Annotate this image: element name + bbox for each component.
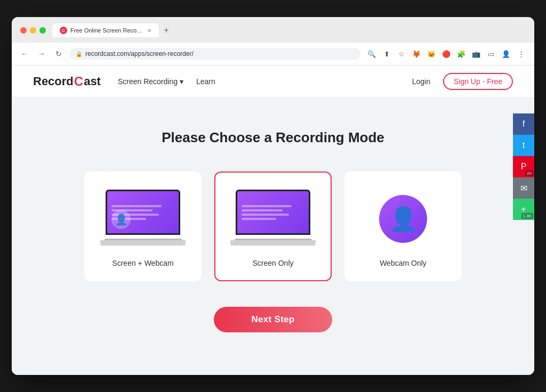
email-share-button[interactable]: ✉ bbox=[513, 177, 534, 199]
mode-label-screen-only: Screen Only bbox=[252, 259, 293, 267]
screen-only-content bbox=[237, 191, 309, 233]
site-nav: RecordCast Screen Recording ▾ Learn Logi… bbox=[12, 66, 534, 97]
cast-icon[interactable]: 📺 bbox=[469, 47, 483, 61]
nav-screen-recording[interactable]: Screen Recording ▾ bbox=[118, 77, 183, 86]
screen-content: 👤 bbox=[107, 191, 179, 233]
more-share-button[interactable]: + 1.3K bbox=[513, 199, 534, 220]
maximize-button[interactable] bbox=[39, 27, 46, 34]
nav-actions: Login Sign Up - Free bbox=[406, 73, 513, 90]
mode-card-webcam-only[interactable]: 👤 Webcam Only bbox=[344, 172, 462, 281]
pinterest-count: 20 bbox=[525, 170, 533, 176]
browser-window: C Free Online Screen Recorder - ✕ + ← → … bbox=[12, 17, 534, 375]
site-logo[interactable]: RecordCast bbox=[33, 74, 101, 89]
webcam-only-illustration: 👤 bbox=[360, 190, 446, 248]
logo-c: C bbox=[74, 74, 83, 89]
next-step-button[interactable]: Next Step bbox=[214, 307, 332, 332]
close-button[interactable] bbox=[20, 27, 27, 34]
mode-label-screen-webcam: Screen + Webcam bbox=[112, 259, 173, 267]
profile-icon[interactable]: 👤 bbox=[499, 47, 513, 61]
nav-links: Screen Recording ▾ Learn bbox=[118, 77, 389, 86]
line-3 bbox=[242, 214, 289, 216]
share-count: 1.3K bbox=[521, 213, 533, 219]
facebook-share-button[interactable]: f bbox=[513, 113, 534, 135]
logo-text-part2: ast bbox=[84, 75, 101, 88]
mode-cards: 👤 Screen + Webcam bbox=[33, 172, 513, 281]
pinterest-share-button[interactable]: P 20 bbox=[513, 156, 534, 177]
mode-card-screen-only[interactable]: Screen Only bbox=[214, 172, 332, 281]
extension-icon-2[interactable]: 🐱 bbox=[424, 47, 438, 61]
mode-card-screen-webcam[interactable]: 👤 Screen + Webcam bbox=[84, 172, 202, 281]
back-button[interactable]: ← bbox=[18, 47, 31, 60]
menu-icon[interactable]: ⋮ bbox=[514, 47, 528, 61]
webcam-overlay: 👤 bbox=[111, 210, 131, 229]
tab-title: Free Online Screen Recorder - bbox=[70, 27, 144, 34]
tab-bar: C Free Online Screen Recorder - ✕ + bbox=[52, 23, 526, 37]
twitter-share-button[interactable]: t bbox=[513, 135, 534, 156]
screen-webcam-illustration: 👤 bbox=[100, 190, 186, 248]
screen-line-1 bbox=[111, 205, 162, 207]
laptop-screen-only bbox=[230, 190, 316, 246]
toolbar-icons: 🔍 ⬆ ☆ 🦊 🐱 🔴 🧩 📺 ▭ 👤 ⋮ bbox=[365, 47, 528, 61]
facebook-icon: f bbox=[523, 119, 525, 129]
search-icon[interactable]: 🔍 bbox=[365, 47, 379, 61]
main-content: Please Choose a Recording Mode bbox=[12, 97, 534, 375]
social-sidebar: f t P 20 ✉ + 1.3K bbox=[513, 113, 534, 220]
address-bar-row: ← → ↻ 🔒 recordcast.com/apps/screen-recor… bbox=[12, 43, 534, 66]
refresh-button[interactable]: ↻ bbox=[52, 47, 65, 60]
extension-icon-1[interactable]: 🦊 bbox=[410, 47, 423, 61]
laptop-screen-webcam: 👤 bbox=[100, 190, 186, 246]
title-bar: C Free Online Screen Recorder - ✕ + bbox=[12, 17, 534, 43]
laptop-screen-only-display bbox=[236, 190, 310, 235]
extension-icon-4[interactable]: 🧩 bbox=[454, 47, 468, 61]
minimize-button[interactable] bbox=[30, 27, 36, 34]
forward-button[interactable]: → bbox=[35, 47, 48, 60]
url-text: recordcast.com/apps/screen-recorder/ bbox=[85, 50, 194, 58]
login-button[interactable]: Login bbox=[406, 74, 437, 89]
webcam-person-icon: 👤 bbox=[389, 205, 418, 233]
laptop-base bbox=[100, 240, 186, 246]
screen-only-illustration bbox=[230, 190, 316, 248]
line-1 bbox=[242, 205, 292, 207]
line-4 bbox=[242, 218, 276, 220]
share-icon[interactable]: ⬆ bbox=[380, 47, 394, 61]
page-title: Please Choose a Recording Mode bbox=[33, 129, 513, 146]
signup-button[interactable]: Sign Up - Free bbox=[443, 73, 513, 90]
email-icon: ✉ bbox=[520, 183, 527, 193]
chevron-down-icon: ▾ bbox=[180, 77, 183, 86]
site-content: RecordCast Screen Recording ▾ Learn Logi… bbox=[12, 66, 534, 375]
person-icon: 👤 bbox=[115, 213, 128, 226]
screen-recording-label: Screen Recording bbox=[118, 77, 178, 86]
laptop-base-2 bbox=[230, 240, 316, 246]
tab-favicon: C bbox=[60, 27, 67, 34]
lock-icon: 🔒 bbox=[76, 51, 82, 57]
address-field[interactable]: 🔒 recordcast.com/apps/screen-recorder/ bbox=[69, 48, 360, 60]
mode-label-webcam-only: Webcam Only bbox=[380, 259, 427, 267]
browser-tab[interactable]: C Free Online Screen Recorder - ✕ bbox=[52, 23, 159, 37]
laptop-screen-display: 👤 bbox=[106, 190, 180, 235]
bookmark-icon[interactable]: ☆ bbox=[395, 47, 408, 61]
extension-icon-3[interactable]: 🔴 bbox=[439, 47, 453, 61]
tab-close-icon[interactable]: ✕ bbox=[147, 28, 151, 34]
traffic-lights bbox=[20, 27, 46, 34]
nav-learn[interactable]: Learn bbox=[196, 77, 215, 86]
logo-text-part1: Record bbox=[33, 75, 74, 88]
line-2 bbox=[242, 209, 283, 211]
webcam-only-circle: 👤 bbox=[379, 195, 427, 243]
learn-label: Learn bbox=[196, 77, 215, 86]
sidebar-icon[interactable]: ▭ bbox=[484, 47, 498, 61]
twitter-icon: t bbox=[523, 141, 525, 150]
new-tab-button[interactable]: + bbox=[159, 23, 174, 37]
